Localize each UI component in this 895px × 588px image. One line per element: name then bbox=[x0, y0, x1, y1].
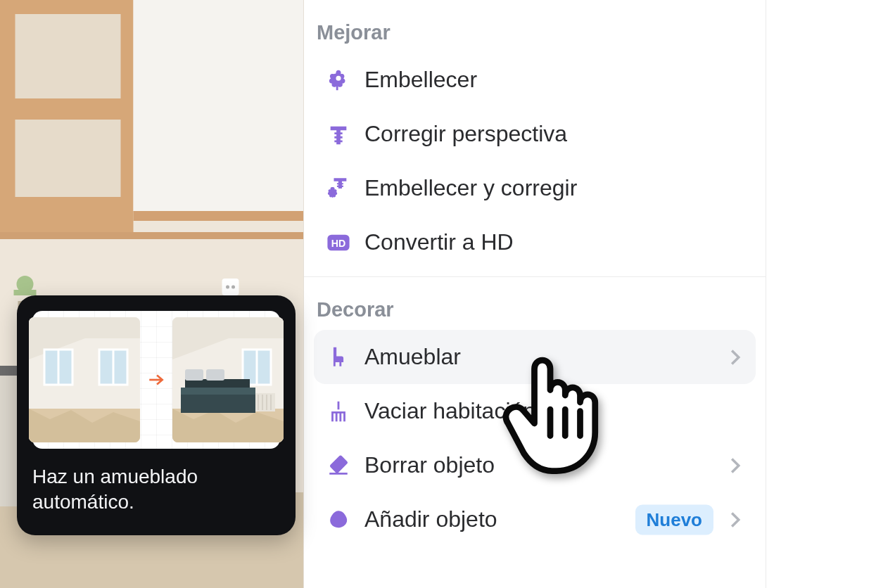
straighten-icon bbox=[326, 122, 350, 146]
broom-icon bbox=[326, 400, 350, 423]
chair-icon bbox=[326, 345, 350, 369]
menu-label: Corregir perspectiva bbox=[364, 121, 567, 147]
menu-label: Borrar objeto bbox=[364, 452, 495, 478]
menu-item-hd[interactable]: HD Convertir a HD bbox=[314, 215, 756, 269]
menu-item-amueblar[interactable]: Amueblar bbox=[314, 330, 756, 384]
blob-icon bbox=[326, 508, 350, 532]
menu-item-corregir[interactable]: Corregir perspectiva bbox=[314, 107, 756, 161]
hd-icon: HD bbox=[326, 231, 350, 255]
flower-straighten-icon bbox=[326, 177, 350, 200]
menu-label: Convertir a HD bbox=[364, 229, 514, 255]
menu-label: Vaciar habitación bbox=[364, 398, 535, 424]
before-after-preview bbox=[32, 311, 280, 449]
actions-menu: Mejorar Embellecer Corregir perspectiva … bbox=[304, 0, 766, 588]
menu-label: Amueblar bbox=[364, 344, 461, 370]
section-title-mejorar: Mejorar bbox=[314, 21, 756, 44]
svg-point-12 bbox=[17, 276, 34, 293]
section-decorar: Decorar Amueblar Vaciar habitación bbox=[304, 276, 766, 554]
svg-rect-13 bbox=[222, 279, 239, 295]
menu-item-embellecer[interactable]: Embellecer bbox=[314, 53, 756, 107]
svg-rect-7 bbox=[134, 0, 304, 211]
eraser-icon bbox=[326, 454, 350, 478]
svg-rect-6 bbox=[15, 120, 121, 197]
section-mejorar: Mejorar Embellecer Corregir perspectiva … bbox=[304, 0, 766, 276]
tooltip-card: Haz un amueblado automático. bbox=[17, 295, 296, 535]
menu-label: Embellecer bbox=[364, 67, 477, 93]
preview-after bbox=[172, 317, 284, 442]
svg-rect-8 bbox=[134, 211, 304, 221]
svg-rect-35 bbox=[206, 369, 224, 381]
svg-text:HD: HD bbox=[331, 238, 345, 249]
svg-point-14 bbox=[226, 286, 229, 289]
preview-before bbox=[29, 317, 140, 442]
svg-point-15 bbox=[231, 286, 235, 289]
tooltip-text: Haz un amueblado automático. bbox=[32, 464, 280, 516]
menu-item-embellecer-corregir[interactable]: Embellecer y corregir bbox=[314, 161, 756, 215]
menu-item-anadir[interactable]: Añadir objeto Nuevo bbox=[314, 492, 756, 547]
svg-rect-5 bbox=[15, 14, 121, 98]
chevron-right-icon bbox=[728, 512, 743, 528]
right-blank-panel bbox=[766, 0, 895, 588]
menu-label: Añadir objeto bbox=[364, 506, 497, 532]
arrow-right-icon bbox=[146, 369, 167, 390]
menu-item-borrar[interactable]: Borrar objeto bbox=[314, 438, 756, 492]
chevron-right-icon bbox=[728, 458, 743, 473]
section-title-decorar: Decorar bbox=[314, 298, 756, 321]
svg-rect-34 bbox=[185, 369, 203, 381]
flower-icon bbox=[326, 68, 350, 92]
new-badge: Nuevo bbox=[635, 504, 713, 535]
svg-rect-33 bbox=[181, 388, 255, 395]
svg-rect-9 bbox=[0, 232, 303, 239]
menu-item-vaciar[interactable]: Vaciar habitación bbox=[314, 384, 756, 438]
menu-label: Embellecer y corregir bbox=[364, 175, 577, 201]
chevron-right-icon bbox=[728, 350, 743, 365]
